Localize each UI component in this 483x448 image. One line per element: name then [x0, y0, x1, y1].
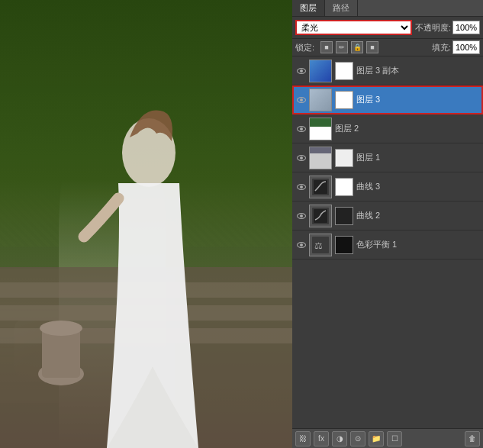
layer-mask-thumbnail [335, 149, 353, 167]
lock-position-icon[interactable]: 🔒 [351, 41, 363, 53]
layer-thumbnail [309, 118, 332, 140]
layers-list: 图层 3 副本 图层 3 图层 2 [292, 56, 483, 428]
delete-layer-button[interactable]: 🗑 [465, 431, 480, 446]
photo-canvas [0, 0, 292, 448]
fill-group: 填充: [432, 40, 480, 54]
fill-input[interactable] [452, 40, 480, 54]
panel-bottom-toolbar: ⛓ fx ◑ ⊙ 📁 ☐ 🗑 [292, 428, 483, 448]
layer-name: 图层 1 [356, 152, 380, 163]
lock-row: 锁定: ■ ✏ 🔒 ■ 填充: [292, 39, 483, 56]
svg-text:⚖: ⚖ [314, 240, 323, 251]
layer-item[interactable]: ⚖ 色彩平衡 1 [292, 230, 483, 259]
lock-image-icon[interactable]: ✏ [336, 41, 348, 53]
panel-tab-bar: 图层 路径 [292, 0, 483, 17]
eye-icon [297, 68, 306, 74]
tab-layers[interactable]: 图层 [292, 0, 325, 16]
blend-row: 柔光 不透明度: [292, 17, 483, 39]
fill-label: 填充: [432, 42, 451, 53]
layer-name: 色彩平衡 1 [356, 239, 397, 250]
layers-panel: 图层 路径 柔光 不透明度: 锁定: ■ ✏ 🔒 ■ 填充: [292, 0, 483, 448]
layer-adjustment-thumbnail: ⚖ [309, 234, 332, 256]
stone-urn [14, 320, 60, 381]
layer-visibility-icon[interactable] [295, 181, 308, 193]
layer-visibility-icon[interactable] [295, 210, 308, 222]
add-mask-button[interactable]: ◑ [332, 431, 347, 446]
eye-icon [297, 184, 306, 190]
lock-transparent-icon[interactable]: ■ [320, 41, 333, 53]
figure-dress [59, 89, 166, 448]
layer-item[interactable]: 图层 3 副本 [292, 56, 483, 85]
layer-visibility-icon[interactable] [295, 239, 308, 251]
layer-name: 曲线 3 [356, 181, 380, 192]
layer-mask-thumbnail [335, 207, 353, 225]
lock-label: 锁定: [295, 42, 314, 53]
layer-mask-thumbnail [335, 236, 353, 254]
layer-adjustment-thumbnail [309, 205, 332, 227]
new-adjustment-button[interactable]: ⊙ [350, 431, 365, 446]
eye-icon [297, 213, 306, 219]
opacity-group: 不透明度: [415, 21, 480, 34]
layer-name: 图层 3 副本 [356, 65, 399, 76]
blend-mode-select[interactable]: 柔光 [295, 20, 412, 35]
layer-visibility-icon[interactable] [295, 65, 308, 77]
layer-visibility-icon[interactable] [295, 94, 308, 106]
layer-adjustment-thumbnail [309, 176, 332, 198]
layer-item[interactable]: 曲线 2 [292, 201, 483, 230]
layer-mask-thumbnail [335, 62, 353, 80]
layer-thumbnail [309, 60, 332, 82]
layer-thumbnail [309, 89, 332, 111]
new-group-button[interactable]: 📁 [369, 431, 384, 446]
tab-paths[interactable]: 路径 [325, 0, 358, 16]
opacity-input[interactable] [452, 21, 480, 34]
layer-name: 图层 3 [356, 94, 380, 105]
link-layers-button[interactable]: ⛓ [295, 431, 311, 446]
layer-name: 图层 2 [335, 123, 359, 134]
eye-icon [297, 242, 306, 248]
layer-mask-thumbnail [335, 91, 353, 109]
layer-mask-thumbnail [335, 178, 353, 196]
layer-visibility-icon[interactable] [295, 123, 308, 135]
new-layer-button[interactable]: ☐ [387, 431, 402, 446]
eye-icon [297, 97, 306, 103]
layer-thumbnail [309, 147, 332, 169]
layer-visibility-icon[interactable] [295, 152, 308, 164]
curves-icon [312, 179, 329, 195]
layer-style-button[interactable]: fx [314, 431, 329, 446]
eye-icon [297, 126, 306, 132]
layer-item[interactable]: 曲线 3 [292, 172, 483, 201]
layer-item[interactable]: 图层 2 [292, 114, 483, 143]
balance-icon: ⚖ [312, 237, 329, 253]
curves2-icon [312, 208, 329, 224]
layer-item[interactable]: 图层 1 [292, 143, 483, 172]
opacity-label: 不透明度: [415, 22, 451, 34]
lock-all-icon[interactable]: ■ [366, 41, 378, 53]
layer-item[interactable]: 图层 3 [292, 85, 483, 114]
layer-name: 曲线 2 [356, 210, 380, 221]
eye-icon [297, 155, 306, 161]
